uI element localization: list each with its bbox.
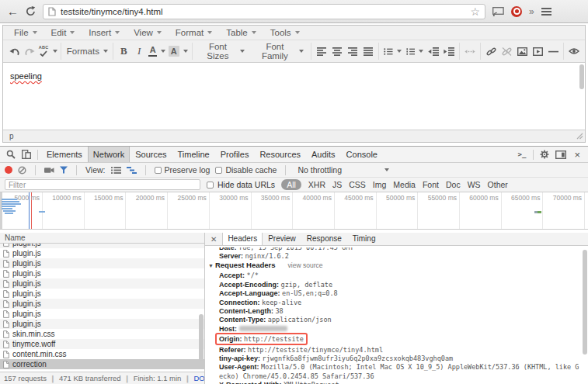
menu-tools[interactable]: Tools xyxy=(263,26,307,40)
preserve-log-checkbox[interactable] xyxy=(155,167,162,174)
more-extensions-chevron[interactable]: » xyxy=(529,6,534,17)
view-list-icon[interactable] xyxy=(111,167,121,174)
menu-file[interactable]: File xyxy=(7,26,44,40)
detail-tab-timing[interactable]: Timing xyxy=(347,233,381,245)
filter-type-js[interactable]: JS xyxy=(332,180,342,189)
detail-close-icon[interactable]: ✕ xyxy=(205,235,222,244)
justify-button[interactable] xyxy=(360,42,376,61)
filter-funnel-icon[interactable] xyxy=(60,166,68,174)
devtools-tab-profiles[interactable]: Profiles xyxy=(215,147,255,162)
cast-icon[interactable] xyxy=(492,7,504,16)
redo-button[interactable] xyxy=(22,42,37,61)
menu-view[interactable]: View xyxy=(127,26,169,40)
filter-type-xhr[interactable]: XHR xyxy=(308,180,325,189)
filter-type-doc[interactable]: Doc xyxy=(446,180,461,189)
align-center-button[interactable] xyxy=(329,42,345,61)
hide-data-urls-label[interactable]: Hide data URLs xyxy=(217,180,275,189)
view-waterfall-icon[interactable] xyxy=(127,167,137,174)
filter-input[interactable] xyxy=(5,179,200,190)
filter-type-media[interactable]: Media xyxy=(393,180,416,189)
devtools-tab-audits[interactable]: Audits xyxy=(306,147,341,162)
text-color-button[interactable]: A xyxy=(147,42,167,61)
close-icon[interactable]: × xyxy=(569,149,585,161)
increase-indent-button[interactable] xyxy=(441,42,457,61)
gear-icon[interactable] xyxy=(537,150,552,159)
back-button[interactable]: ← xyxy=(7,5,19,17)
resize-grip-icon[interactable] xyxy=(576,133,583,140)
request-row[interactable]: plugin.js xyxy=(0,319,204,329)
request-row[interactable]: plugin.js xyxy=(0,248,204,258)
filter-type-img[interactable]: Img xyxy=(373,180,387,189)
decrease-indent-button[interactable] xyxy=(426,42,441,61)
font-family-dropdown[interactable]: Font Family xyxy=(249,42,308,61)
address-bar[interactable]: testsite/tinymce/tiny4.html ☆ xyxy=(43,4,485,19)
element-path[interactable]: p xyxy=(9,132,14,140)
editor-content-area[interactable]: speeling xyxy=(3,62,585,130)
align-left-button[interactable] xyxy=(314,42,329,61)
devtools-tab-resources[interactable]: Resources xyxy=(254,147,306,162)
record-button[interactable] xyxy=(5,166,12,174)
summary-domcontentloaded[interactable]: DOMContentLo... xyxy=(193,374,204,382)
devtools-tab-console[interactable]: Console xyxy=(341,147,383,162)
detail-tab-preview[interactable]: Preview xyxy=(263,233,301,245)
disclosure-triangle-icon[interactable]: ▼ xyxy=(208,263,214,268)
hide-data-urls-checkbox[interactable] xyxy=(207,182,214,189)
throttling-dropdown[interactable]: No throttling xyxy=(294,165,389,175)
request-row[interactable]: plugin.js xyxy=(0,289,204,299)
preview-button[interactable] xyxy=(566,42,582,61)
request-row[interactable]: plugin.js xyxy=(0,268,204,278)
request-row[interactable]: skin.min.css xyxy=(0,329,204,339)
request-row[interactable]: tinymce.woff xyxy=(0,339,204,349)
screenshot-camera-icon[interactable] xyxy=(44,167,54,174)
request-row[interactable]: content.min.css xyxy=(0,349,204,359)
insert-media-button[interactable] xyxy=(530,42,545,61)
horizontal-rule-button[interactable] xyxy=(545,42,561,61)
italic-button[interactable]: I xyxy=(131,42,147,61)
browser-menu-icon[interactable] xyxy=(541,8,551,16)
clear-icon[interactable] xyxy=(18,166,26,175)
devtools-tab-network[interactable]: Network xyxy=(88,147,130,162)
request-row[interactable]: plugin.js xyxy=(0,299,204,309)
filter-type-font[interactable]: Font xyxy=(423,180,439,189)
numbered-list-button[interactable] xyxy=(404,42,426,61)
detail-tab-response[interactable]: Response xyxy=(301,233,347,245)
bookmark-star-icon[interactable]: ☆ xyxy=(470,5,480,18)
font-sizes-dropdown[interactable]: Font Sizes xyxy=(194,42,249,61)
filter-type-css[interactable]: CSS xyxy=(349,180,366,189)
reload-icon[interactable] xyxy=(26,6,36,16)
formats-dropdown[interactable]: Formats xyxy=(64,42,110,61)
request-row[interactable]: correction xyxy=(0,359,204,369)
bold-button[interactable]: B xyxy=(116,42,131,61)
menu-insert[interactable]: Insert xyxy=(82,26,127,40)
view-source-link[interactable]: view source xyxy=(288,261,323,269)
request-row[interactable]: plugin.js xyxy=(0,278,204,289)
spellcheck-button[interactable]: ABC xyxy=(37,42,58,61)
filter-type-other[interactable]: Other xyxy=(488,180,508,189)
device-toolbar-icon[interactable] xyxy=(19,150,34,159)
name-column-header[interactable]: Name xyxy=(0,233,204,244)
insert-link-button[interactable] xyxy=(483,42,499,61)
bullet-list-button[interactable] xyxy=(381,42,404,61)
detail-tab-headers[interactable]: Headers xyxy=(222,233,263,245)
background-color-button[interactable]: A xyxy=(167,42,190,61)
page-break-button[interactable] xyxy=(462,42,478,61)
filter-type-all[interactable]: All xyxy=(281,179,301,190)
disable-cache-label[interactable]: Disable cache xyxy=(225,165,277,175)
request-list-scrollbar[interactable] xyxy=(199,314,204,361)
menu-table[interactable]: Table xyxy=(219,26,263,40)
request-row[interactable]: plugin.js xyxy=(0,258,204,268)
remove-link-button[interactable] xyxy=(499,42,514,61)
misspelled-word[interactable]: speeling xyxy=(10,71,42,81)
request-row[interactable]: plugin.js xyxy=(0,309,204,319)
menu-edit[interactable]: Edit xyxy=(44,26,82,40)
search-icon[interactable] xyxy=(3,150,19,159)
insert-image-button[interactable] xyxy=(514,42,530,61)
network-overview[interactable]: 5000 ms10000 ms15000 ms20000 ms25000 ms3… xyxy=(0,192,588,230)
url-text[interactable]: testsite/tinymce/tiny4.html xyxy=(61,7,465,16)
extension-icon[interactable] xyxy=(511,6,522,17)
preserve-log-label[interactable]: Preserve log xyxy=(165,165,210,175)
devtools-tab-timeline[interactable]: Timeline xyxy=(172,147,215,162)
undo-button[interactable] xyxy=(6,42,22,61)
devtools-tab-elements[interactable]: Elements xyxy=(41,147,88,162)
editor-scrollbar[interactable] xyxy=(579,64,584,89)
